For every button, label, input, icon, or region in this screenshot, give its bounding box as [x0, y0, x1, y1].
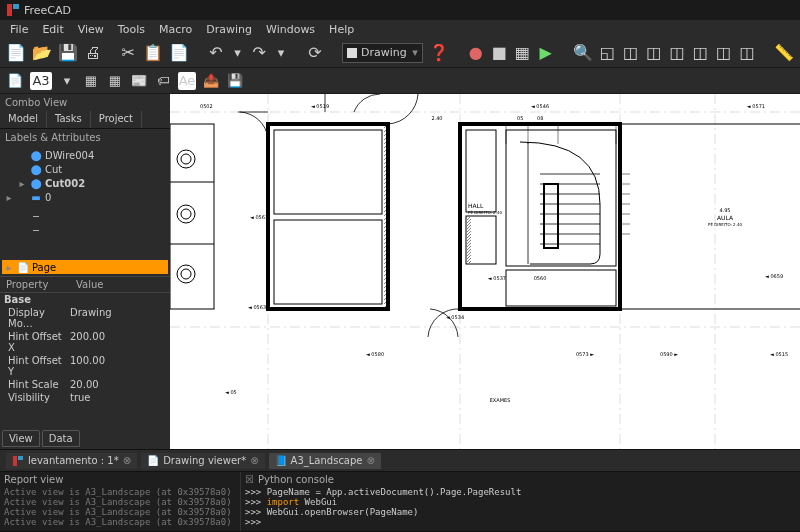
toolbar-secondary: 📄 A3 ▾ ▦ ▦ 📰 🏷 Ae 📤 💾 [0, 68, 800, 94]
menu-macro[interactable]: Macro [153, 21, 198, 38]
report-line: Active view is A3_Landscape (at 0x39578a… [4, 497, 236, 507]
view-bottom-icon[interactable]: ◫ [715, 42, 732, 64]
svg-text:◄ 0571: ◄ 0571 [747, 103, 765, 109]
svg-text:◄ 0534: ◄ 0534 [446, 314, 464, 320]
view-front-icon[interactable]: ◫ [622, 42, 639, 64]
svg-text:PÉ DIREITO: 2.40: PÉ DIREITO: 2.40 [468, 210, 502, 215]
tab-tasks[interactable]: Tasks [47, 111, 91, 128]
menu-tools[interactable]: Tools [112, 21, 151, 38]
report-line: Active view is A3_Landscape (at 0x39578a… [4, 507, 236, 517]
tab-project[interactable]: Project [91, 111, 142, 128]
drawing-annotation-icon[interactable]: 🏷 [154, 72, 172, 90]
tab-model[interactable]: Model [0, 111, 47, 128]
console-line: >>> [245, 517, 796, 527]
tree-item[interactable] [2, 246, 168, 260]
svg-text:0560: 0560 [534, 275, 547, 281]
tab-data[interactable]: Data [42, 430, 80, 447]
refresh-icon[interactable]: ⟳ [306, 42, 323, 64]
measure-icon[interactable]: 📏 [774, 42, 794, 64]
view-axo-icon[interactable]: ◱ [599, 42, 616, 64]
drawing-export-icon[interactable]: 📤 [202, 72, 220, 90]
tree-item[interactable]: ▸⬤Cut002 [2, 176, 168, 190]
drawing-ortho-icon[interactable]: ▦ [106, 72, 124, 90]
svg-rect-77 [18, 456, 23, 460]
chevron-down-icon: ▾ [412, 46, 418, 59]
macro-record-icon[interactable]: ● [467, 42, 484, 64]
tree-item[interactable]: ▸▬0 [2, 190, 168, 204]
close-icon[interactable]: ⊗ [250, 455, 258, 466]
close-icon[interactable]: ⊗ [367, 455, 375, 466]
view-top-icon[interactable]: ◫ [645, 42, 662, 64]
cut-icon[interactable]: ✂ [120, 42, 137, 64]
svg-text:2.40: 2.40 [431, 115, 442, 121]
drawing-dropdown-icon[interactable]: ▾ [58, 72, 76, 90]
tree-item-selected[interactable]: ▸📄Page [2, 260, 168, 274]
macro-execute-icon[interactable]: ▶ [537, 42, 554, 64]
drawing-clip-icon[interactable]: Ae [178, 72, 196, 90]
menu-drawing[interactable]: Drawing [200, 21, 258, 38]
sidebar: Combo View Model Tasks Project Labels & … [0, 94, 170, 449]
drawing-insert-view-icon[interactable]: ▦ [82, 72, 100, 90]
view-left-icon[interactable]: ◫ [738, 42, 755, 64]
tree-item[interactable]: ⎯ [2, 204, 168, 218]
close-icon[interactable]: ⊗ [123, 455, 131, 466]
drawing-open-browser-icon[interactable]: 📰 [130, 72, 148, 90]
props-body: Base Display Mo…Drawing Hint Offset X200… [0, 293, 170, 404]
console-line: >>> WebGui.openBrowser(PageName) [245, 507, 796, 517]
redo-icon[interactable]: ↷ [251, 42, 268, 64]
print-icon[interactable]: 🖨 [84, 42, 101, 64]
undo-icon[interactable]: ↶ [207, 42, 224, 64]
new-file-icon[interactable]: 📄 [6, 42, 26, 64]
workbench-selector[interactable]: Drawing ▾ [342, 43, 423, 63]
svg-rect-2 [170, 94, 800, 449]
console-line: >>> PageName = App.activeDocument().Page… [245, 487, 796, 497]
workbench-label: Drawing [361, 46, 407, 59]
drawing-new-icon[interactable]: 📄 [6, 72, 24, 90]
python-console[interactable]: Python console >>> PageName = App.active… [240, 472, 800, 531]
app-logo-icon [6, 3, 20, 17]
prop-row[interactable]: Hint Offset Y100.00 [0, 354, 170, 378]
svg-rect-76 [13, 456, 17, 466]
tree-item[interactable]: ⬤DWire004 [2, 148, 168, 162]
svg-text:05: 05 [517, 115, 523, 121]
view-fit-icon[interactable]: 🔍 [573, 42, 593, 64]
svg-text:4.95: 4.95 [719, 207, 730, 213]
document-tab-active[interactable]: 📘A3_Landscape⊗ [269, 453, 381, 469]
menu-view[interactable]: View [72, 21, 110, 38]
prop-row[interactable]: Display Mo…Drawing [0, 306, 170, 330]
svg-text:◄ 0561: ◄ 0561 [250, 214, 268, 220]
svg-text:◄ 0515: ◄ 0515 [770, 351, 788, 357]
redo-dropdown-icon[interactable]: ▾ [274, 44, 288, 62]
save-icon[interactable]: 💾 [58, 42, 78, 64]
prop-row[interactable]: Hint Scale20.00 [0, 378, 170, 391]
open-file-icon[interactable]: 📂 [32, 42, 52, 64]
macro-list-icon[interactable]: ▦ [514, 42, 531, 64]
menu-windows[interactable]: Windows [260, 21, 321, 38]
svg-rect-25 [467, 217, 471, 263]
view-right-icon[interactable]: ◫ [668, 42, 685, 64]
macro-stop-icon[interactable]: ■ [490, 42, 507, 64]
menu-file[interactable]: File [4, 21, 34, 38]
tab-view[interactable]: View [2, 430, 40, 447]
view-rear-icon[interactable]: ◫ [692, 42, 709, 64]
undo-dropdown-icon[interactable]: ▾ [230, 44, 244, 62]
tree-item[interactable]: ⎯ [2, 218, 168, 232]
copy-icon[interactable]: 📋 [143, 42, 163, 64]
document-tab[interactable]: 📄Drawing viewer*⊗ [141, 453, 264, 469]
main-area: Combo View Model Tasks Project Labels & … [0, 94, 800, 449]
svg-text:◄ 05: ◄ 05 [225, 389, 237, 395]
tree-item[interactable]: ⬤Cut [2, 162, 168, 176]
tree-item[interactable] [2, 232, 168, 246]
drawing-save-icon[interactable]: 💾 [226, 72, 244, 90]
drawing-a3-icon[interactable]: A3 [30, 72, 52, 90]
canvas[interactable]: 0502 ◄ 0519 ◄ 0546 ◄ 0571 ◄ 0561 ◄ 0563 … [170, 94, 800, 449]
report-view-title: Report view [4, 474, 236, 485]
prop-row[interactable]: Visibilitytrue [0, 391, 170, 404]
menu-edit[interactable]: Edit [36, 21, 69, 38]
document-tab[interactable]: levantamento : 1*⊗ [6, 453, 137, 469]
prop-row[interactable]: Hint Offset X200.00 [0, 330, 170, 354]
menu-help[interactable]: Help [323, 21, 360, 38]
paste-icon[interactable]: 📄 [169, 42, 189, 64]
whats-this-icon[interactable]: ❓ [429, 42, 449, 64]
menubar: File Edit View Tools Macro Drawing Windo… [0, 20, 800, 38]
